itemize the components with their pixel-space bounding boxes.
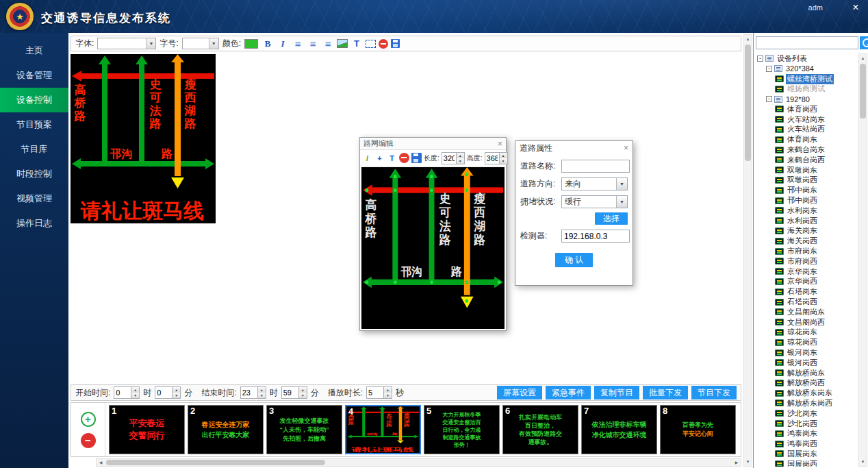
tree-group-1[interactable]: -192*80	[755, 94, 857, 104]
tree-vertical-scrollbar[interactable]: ▲ ▼	[858, 53, 867, 467]
road-name-input[interactable]	[561, 160, 630, 173]
sidebar-item-operation-log[interactable]: 操作日志	[0, 211, 68, 236]
spin-down-icon[interactable]: ▼	[500, 158, 507, 164]
properties-close-icon[interactable]: ×	[624, 143, 628, 153]
end-hour-input[interactable]	[241, 387, 257, 398]
tree-item-1-14[interactable]: 市府岗东	[755, 246, 857, 256]
tree-item-1-24[interactable]: 银河岗东	[755, 347, 857, 358]
insert-image-icon[interactable]	[337, 39, 348, 48]
tree-item-1-33[interactable]: 鸿泰岗西	[755, 439, 857, 449]
confirm-button[interactable]: 确 认	[555, 253, 593, 267]
tree-item-1-12[interactable]: 海关岗东	[755, 226, 857, 236]
tree-item-1-0[interactable]: 体育岗西	[755, 104, 857, 114]
tree-expander-icon[interactable]: -	[766, 96, 772, 102]
editor-map-canvas[interactable]: 高桥路史可法路瘦西湖路邗沟路	[361, 167, 505, 329]
spin-up-icon[interactable]: ▲	[457, 153, 464, 158]
save-icon[interactable]	[391, 39, 400, 48]
program-thumbnail-1[interactable]: 1平安春运交警同行	[109, 405, 185, 454]
tree-item-1-1[interactable]: 火车站岗东	[755, 114, 857, 125]
marquee-icon[interactable]	[366, 40, 376, 48]
screen-settings-button[interactable]: 屏幕设置	[497, 386, 542, 399]
editor-title-bar[interactable]: 路网编辑 ×	[360, 138, 506, 150]
spin-down-icon[interactable]: ▼	[457, 158, 464, 164]
tree-item-1-22[interactable]: 琼花岗东	[755, 328, 857, 338]
duration-input[interactable]	[367, 387, 383, 398]
tree-item-0-1[interactable]: 维扬商测试	[755, 84, 857, 94]
tree-item-1-31[interactable]: 沙北岗西	[755, 419, 857, 429]
tree-expander-icon[interactable]: -	[757, 56, 763, 62]
horizontal-scrollbar[interactable]: ◀ ▶	[96, 458, 741, 467]
move-tool-icon[interactable]: +	[374, 153, 385, 163]
delete-icon[interactable]	[399, 153, 409, 163]
line-tool-icon[interactable]: /	[362, 153, 372, 163]
spin-up-icon[interactable]: ▲	[131, 387, 139, 393]
color-swatch[interactable]	[244, 39, 258, 49]
tree-item-1-7[interactable]: 双墩岗西	[755, 175, 857, 186]
congestion-select[interactable]: 缓行▼	[561, 195, 628, 208]
program-thumbnail-4[interactable]: 4高桥路史可法路瘦西湖路邗沟路请礼让斑马线	[345, 405, 421, 454]
scrollbar-thumb[interactable]	[745, 45, 751, 161]
window-close-icon[interactable]: ×	[849, 1, 863, 14]
tree-item-1-2[interactable]: 火车站岗西	[755, 125, 857, 135]
tree-item-1-5[interactable]: 来鹤台岗西	[755, 155, 857, 165]
tree-item-1-8[interactable]: 邗中岗东	[755, 185, 857, 195]
tree-item-1-30[interactable]: 沙北岗东	[755, 408, 857, 419]
scroll-left-icon[interactable]: ◀	[97, 459, 105, 466]
font-family-select[interactable]: ▼	[97, 38, 156, 49]
sidebar-item-time-control[interactable]: 时段控制	[0, 162, 68, 186]
tree-root[interactable]: -设备列表	[755, 53, 857, 64]
choose-button[interactable]: 选择	[595, 212, 628, 225]
scrollbar-thumb[interactable]	[860, 64, 866, 119]
program-thumbnail-5[interactable]: 5大力开展秋冬季交通安全整治百日行动，全力遏制道路交通事故形势！	[424, 405, 500, 454]
spin-down-icon[interactable]: ▼	[131, 393, 139, 398]
copy-program-button[interactable]: 复制节目	[594, 386, 639, 399]
scroll-right-icon[interactable]: ▶	[732, 459, 741, 466]
tree-item-1-6[interactable]: 双墩岗东	[755, 165, 857, 175]
save-icon[interactable]	[411, 153, 422, 163]
main-vertical-scrollbar[interactable]: ▲ ▼	[743, 34, 752, 467]
tree-item-1-17[interactable]: 京华岗西	[755, 277, 857, 287]
device-search-input[interactable]	[756, 36, 858, 49]
tree-expander-icon[interactable]: -	[766, 66, 772, 72]
spin-up-icon[interactable]: ▲	[258, 387, 266, 393]
height-input[interactable]	[485, 153, 499, 164]
spin-down-icon[interactable]: ▼	[299, 393, 307, 398]
tree-item-1-27[interactable]: 解放桥岗西	[755, 378, 857, 389]
scrollbar-thumb[interactable]	[106, 460, 325, 465]
batch-send-button[interactable]: 批量下发	[643, 386, 688, 399]
tree-item-1-28[interactable]: 解放桥东岗东	[755, 388, 857, 398]
bold-icon[interactable]: B	[261, 38, 274, 50]
align-right-icon[interactable]: ≡	[322, 38, 334, 50]
add-program-button[interactable]: +	[81, 412, 96, 427]
tree-item-1-32[interactable]: 鸿泰岗东	[755, 428, 857, 439]
sidebar-item-program-plan[interactable]: 节目预案	[0, 112, 68, 137]
tree-item-1-23[interactable]: 琼花岗西	[755, 337, 857, 347]
tree-item-0-0[interactable]: 螺丝湾桥测试	[755, 74, 857, 84]
spin-up-icon[interactable]: ▲	[173, 387, 180, 393]
program-thumbnail-8[interactable]: 8百善孝为先平安记心间	[660, 405, 736, 454]
tree-item-1-34[interactable]: 国展岗东	[755, 449, 857, 459]
editor-close-icon[interactable]: ×	[498, 139, 502, 149]
properties-title-bar[interactable]: 道路属性 ×	[515, 141, 633, 155]
program-thumbnail-2[interactable]: 2春运安全连万家出行平安靠大家	[188, 405, 264, 454]
tree-item-1-9[interactable]: 邗中岗西	[755, 195, 857, 206]
scroll-down-icon[interactable]: ▼	[744, 458, 752, 466]
align-center-icon[interactable]: ≡	[307, 38, 319, 50]
spin-up-icon[interactable]: ▲	[384, 387, 392, 393]
font-size-select[interactable]: ▼	[182, 38, 219, 49]
tree-item-1-4[interactable]: 来鹤台岗东	[755, 145, 857, 155]
spin-down-icon[interactable]: ▼	[173, 393, 180, 398]
start-minute-input[interactable]	[155, 387, 172, 398]
start-hour-input[interactable]	[114, 387, 131, 398]
tree-item-1-3[interactable]: 体育岗东	[755, 134, 857, 145]
tree-item-1-10[interactable]: 水利岗东	[755, 206, 857, 216]
detector-input[interactable]	[561, 230, 630, 243]
tree-item-1-25[interactable]: 银河岗西	[755, 358, 857, 368]
program-send-button[interactable]: 节目下发	[691, 386, 737, 399]
search-button[interactable]	[860, 36, 868, 49]
user-name[interactable]: adm	[808, 3, 823, 12]
tree-item-1-21[interactable]: 文昌阁岗西	[755, 317, 857, 328]
spin-up-icon[interactable]: ▲	[299, 387, 307, 393]
tree-item-1-13[interactable]: 海关岗西	[755, 236, 857, 246]
italic-icon[interactable]: I	[277, 38, 289, 50]
